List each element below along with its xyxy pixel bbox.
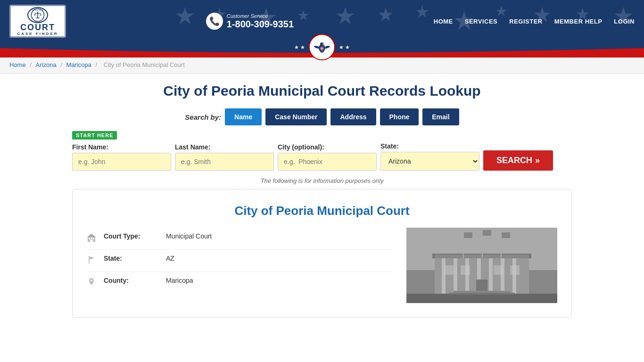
svg-rect-16 xyxy=(91,233,92,235)
svg-rect-3 xyxy=(35,13,41,13)
svg-rect-33 xyxy=(463,232,464,258)
last-name-input[interactable] xyxy=(175,153,274,171)
svg-rect-40 xyxy=(444,265,454,275)
search-form-area: START HERE First Name: Last Name: City (… xyxy=(72,131,572,171)
svg-rect-36 xyxy=(464,232,472,238)
last-name-group: Last Name: xyxy=(175,143,274,171)
svg-rect-12 xyxy=(91,238,92,239)
state-group: State: Arizona Alabama Alaska California… xyxy=(380,142,479,171)
logo-text-sub: CASE FINDER xyxy=(17,32,58,36)
first-name-group: First Name: xyxy=(72,143,171,171)
nav-home[interactable]: HOME xyxy=(434,18,453,25)
court-type-value: Municipal Court xyxy=(166,232,212,240)
search-by-label: Search by: xyxy=(185,113,221,121)
breadcrumb-sep-3: / xyxy=(96,61,99,68)
svg-rect-44 xyxy=(449,293,515,295)
breadcrumb-home[interactable]: Home xyxy=(9,61,26,68)
svg-rect-24 xyxy=(442,258,446,294)
search-by-row: Search by: Name Case Number Address Phon… xyxy=(72,108,572,125)
svg-text:★ ★ ★ ★ ★: ★ ★ ★ ★ ★ xyxy=(32,9,43,11)
building-icon xyxy=(87,233,98,245)
map-pin-icon xyxy=(87,277,98,289)
logo-text-court: COURT xyxy=(20,23,55,32)
city-label: City (optional): xyxy=(278,143,377,151)
svg-rect-41 xyxy=(461,265,470,275)
main-nav: HOME SERVICES REGISTER MEMBER HELP LOGIN xyxy=(434,18,635,25)
svg-marker-18 xyxy=(90,256,95,260)
state-row: State: AZ xyxy=(87,250,392,272)
search-form-row: First Name: Last Name: City (optional): … xyxy=(72,142,572,171)
tab-phone[interactable]: Phone xyxy=(380,108,419,125)
eagle-emblem-area: ★ ★ xyxy=(294,34,350,60)
svg-rect-42 xyxy=(494,265,503,275)
court-image xyxy=(406,228,557,303)
svg-rect-11 xyxy=(89,238,90,239)
court-card-title: City of Peoria Municipal Court xyxy=(87,204,557,218)
svg-rect-29 xyxy=(501,258,504,294)
search-button[interactable]: SEARCH » xyxy=(483,150,553,171)
svg-rect-37 xyxy=(483,230,491,236)
breadcrumb-sep-2: / xyxy=(60,61,64,68)
svg-rect-22 xyxy=(406,294,557,303)
court-details: Court Type: Municipal Court State: AZ xyxy=(87,228,557,303)
state-info-value: AZ xyxy=(166,255,174,262)
svg-rect-28 xyxy=(489,258,493,294)
tab-email[interactable]: Email xyxy=(422,108,459,125)
court-type-label: Court Type: xyxy=(104,232,160,240)
svg-rect-2 xyxy=(37,11,38,18)
city-input[interactable] xyxy=(278,153,377,171)
breadcrumb-arizona[interactable]: Arizona xyxy=(36,61,57,68)
logo-circle: ★ ★ ★ ★ ★ xyxy=(27,7,48,23)
start-here-badge: START HERE xyxy=(72,131,117,140)
breadcrumb-current: City of Peoria Municipal Court xyxy=(104,61,185,68)
state-label: State: xyxy=(380,142,479,150)
breadcrumb-sep-1: / xyxy=(30,61,33,68)
state-info-label: State: xyxy=(104,255,160,262)
state-select[interactable]: Arizona Alabama Alaska California Colora… xyxy=(380,152,479,171)
svg-rect-26 xyxy=(465,258,469,294)
county-row: County: Maricopa xyxy=(87,272,392,294)
svg-point-6 xyxy=(320,42,324,46)
svg-rect-38 xyxy=(502,232,510,238)
svg-rect-43 xyxy=(510,265,520,275)
cs-phone: 1-800-309-9351 xyxy=(227,19,294,30)
tab-name[interactable]: Name xyxy=(225,108,262,125)
nav-login[interactable]: LOGIN xyxy=(614,18,635,25)
svg-rect-4 xyxy=(36,17,40,18)
flag-icon xyxy=(87,255,98,267)
svg-rect-14 xyxy=(90,240,93,242)
svg-rect-35 xyxy=(501,232,502,258)
court-info-table: Court Type: Municipal Court State: AZ xyxy=(87,228,392,294)
logo-area: ★ ★ ★ ★ ★ COURT CASE FINDER xyxy=(9,5,66,38)
tab-address[interactable]: Address xyxy=(330,108,376,125)
svg-rect-34 xyxy=(482,230,483,258)
court-info-card: City of Peoria Municipal Court xyxy=(72,189,572,318)
logo-box[interactable]: ★ ★ ★ ★ ★ COURT CASE FINDER xyxy=(9,5,66,38)
first-name-label: First Name: xyxy=(72,143,171,151)
svg-rect-30 xyxy=(512,258,516,294)
svg-rect-45 xyxy=(454,291,510,293)
cs-label: Customer Service xyxy=(227,13,294,19)
page-title: City of Peoria Municipal Court Records L… xyxy=(72,83,572,99)
svg-rect-25 xyxy=(454,258,457,294)
first-name-input[interactable] xyxy=(72,153,171,171)
svg-rect-9 xyxy=(321,49,323,49)
search-chevron-icon: » xyxy=(535,156,540,165)
info-note: The following is for information purpose… xyxy=(72,177,572,184)
county-label: County: xyxy=(104,277,160,284)
svg-rect-13 xyxy=(93,238,94,239)
main-content: City of Peoria Municipal Court Records L… xyxy=(63,74,581,327)
eagle-icon xyxy=(309,34,335,60)
nav-services[interactable]: SERVICES xyxy=(465,18,498,25)
tab-case-number[interactable]: Case Number xyxy=(265,108,327,125)
svg-point-7 xyxy=(322,43,323,44)
breadcrumb-maricopa[interactable]: Maricopa xyxy=(66,61,91,68)
svg-point-19 xyxy=(91,280,92,281)
last-name-label: Last Name: xyxy=(175,143,274,151)
city-group: City (optional): xyxy=(278,143,377,171)
court-type-row: Court Type: Municipal Court xyxy=(87,228,392,250)
customer-service: 📞 Customer Service 1-800-309-9351 xyxy=(206,13,294,30)
nav-register[interactable]: REGISTER xyxy=(509,18,542,25)
nav-member-help[interactable]: MEMBER HELP xyxy=(554,18,603,25)
red-wave-bar: ★ ★ xyxy=(0,42,644,57)
